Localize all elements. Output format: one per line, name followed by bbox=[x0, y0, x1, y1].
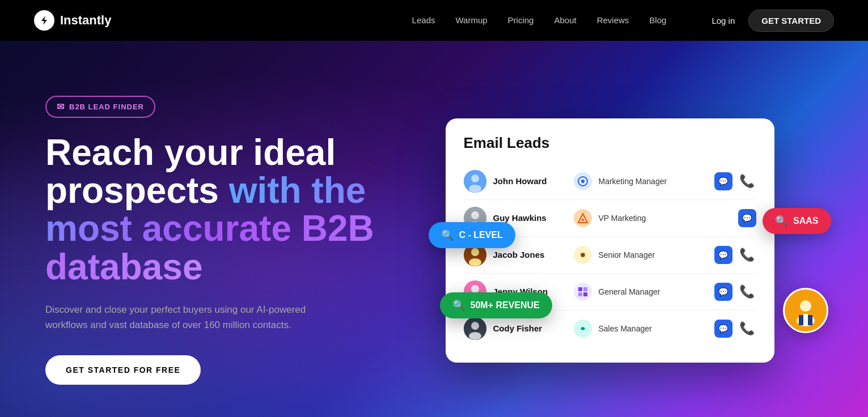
svg-point-2 bbox=[800, 300, 811, 312]
lead-name: Jacob Jones bbox=[493, 250, 567, 259]
navbar: Instantly Leads Warmup Pricing About Rev… bbox=[0, 0, 868, 41]
nav-reviews[interactable]: Reviews bbox=[597, 15, 629, 25]
logo[interactable]: Instantly bbox=[34, 10, 111, 31]
chat-icon[interactable]: 💬 bbox=[714, 172, 732, 190]
company-icon bbox=[574, 172, 592, 190]
svg-point-16 bbox=[582, 219, 584, 221]
phone-icon[interactable]: 📞 bbox=[738, 172, 756, 190]
b2b-badge: ✉ B2B LEAD FINDER bbox=[45, 96, 155, 118]
svg-point-11 bbox=[581, 180, 585, 183]
nav-get-started-button[interactable]: GET STARTED bbox=[748, 10, 834, 32]
nav-pricing[interactable]: Pricing bbox=[508, 15, 534, 25]
company-icon bbox=[574, 283, 592, 301]
svg-point-32 bbox=[469, 332, 481, 340]
lead-title: Marketing Manager bbox=[599, 177, 708, 186]
nav-right: Log in GET STARTED bbox=[712, 10, 834, 32]
hero-section: ✉ B2B LEAD FINDER Reach your idealprospe… bbox=[0, 41, 868, 417]
svg-rect-29 bbox=[583, 292, 587, 296]
hero-left: ✉ B2B LEAD FINDER Reach your idealprospe… bbox=[45, 96, 420, 385]
saas-label: SAAS bbox=[793, 216, 818, 226]
card-container: 🔍 C - LEVEL 🔍 SAAS 🔍 50M+ REVENUE bbox=[446, 118, 797, 363]
svg-rect-26 bbox=[578, 287, 582, 291]
saas-search-icon: 🔍 bbox=[775, 215, 787, 227]
phone-icon[interactable]: 📞 bbox=[738, 283, 756, 301]
c-level-search-icon: 🔍 bbox=[441, 229, 454, 241]
chat-icon[interactable]: 💬 bbox=[714, 283, 732, 301]
floating-avatar bbox=[783, 288, 828, 333]
nav-blog[interactable]: Blog bbox=[649, 15, 666, 25]
svg-point-19 bbox=[469, 258, 481, 266]
company-icon bbox=[574, 320, 592, 338]
svg-point-18 bbox=[471, 248, 479, 256]
svg-point-9 bbox=[469, 185, 481, 193]
hero-right: 🔍 C - LEVEL 🔍 SAAS 🔍 50M+ REVENUE bbox=[420, 118, 823, 363]
hero-subtitle: Discover and close your perfect buyers u… bbox=[45, 302, 340, 333]
svg-point-31 bbox=[471, 322, 479, 330]
lead-title: VP Marketing bbox=[599, 214, 731, 223]
svg-point-24 bbox=[471, 285, 479, 293]
nav-about[interactable]: About bbox=[554, 15, 576, 25]
nav-links: Leads Warmup Pricing About Reviews Blog bbox=[412, 15, 667, 25]
chat-icon[interactable]: 💬 bbox=[738, 209, 756, 227]
revenue-search-icon: 🔍 bbox=[452, 299, 465, 312]
svg-point-13 bbox=[471, 211, 479, 219]
lead-actions: 💬 📞 bbox=[714, 246, 756, 264]
login-button[interactable]: Log in bbox=[712, 16, 735, 25]
badge-label: B2B LEAD FINDER bbox=[69, 103, 144, 111]
lead-title: Sales Manager bbox=[599, 324, 708, 333]
saas-tag: 🔍 SAAS bbox=[763, 208, 831, 234]
lead-title: General Manager bbox=[599, 287, 708, 296]
phone-icon[interactable]: 📞 bbox=[738, 246, 756, 264]
nav-warmup[interactable]: Warmup bbox=[455, 15, 487, 25]
hero-cta-button[interactable]: GET STARTED FOR FREE bbox=[45, 355, 201, 385]
hero-title: Reach your idealprospects with themost a… bbox=[45, 134, 420, 286]
c-level-label: C - LEVEL bbox=[459, 230, 503, 240]
svg-marker-0 bbox=[41, 16, 47, 25]
lead-name: Cody Fisher bbox=[493, 324, 567, 333]
lead-actions: 💬 bbox=[738, 209, 756, 227]
avatar bbox=[464, 317, 486, 340]
svg-rect-28 bbox=[578, 292, 582, 296]
revenue-label: 50M+ REVENUE bbox=[471, 300, 540, 310]
logo-text: Instantly bbox=[60, 13, 111, 28]
badge-email-icon: ✉ bbox=[57, 101, 65, 112]
lead-actions: 💬 📞 bbox=[714, 283, 756, 301]
svg-rect-27 bbox=[583, 287, 587, 291]
avatar bbox=[464, 170, 486, 193]
phone-icon[interactable]: 📞 bbox=[738, 320, 756, 338]
revenue-tag: 🔍 50M+ REVENUE bbox=[440, 292, 552, 318]
card-title: Email Leads bbox=[464, 134, 756, 152]
lead-actions: 💬 📞 bbox=[714, 172, 756, 190]
logo-icon bbox=[34, 10, 54, 31]
svg-marker-15 bbox=[578, 214, 587, 223]
chat-icon[interactable]: 💬 bbox=[714, 320, 732, 338]
svg-point-8 bbox=[471, 175, 479, 182]
company-icon bbox=[574, 246, 592, 264]
svg-point-22 bbox=[582, 254, 584, 256]
lead-title: Senior Manager bbox=[599, 250, 708, 259]
svg-rect-6 bbox=[803, 314, 808, 325]
lead-row: John Howard Marketing Manager 💬 📞 bbox=[464, 163, 756, 200]
lead-name: Guy Hawkins bbox=[493, 213, 567, 223]
chat-icon[interactable]: 💬 bbox=[714, 246, 732, 264]
c-level-tag: 🔍 C - LEVEL bbox=[429, 222, 515, 248]
lead-name: John Howard bbox=[493, 176, 567, 186]
nav-leads[interactable]: Leads bbox=[412, 15, 435, 25]
lead-actions: 💬 📞 bbox=[714, 320, 756, 338]
company-icon bbox=[574, 209, 592, 227]
